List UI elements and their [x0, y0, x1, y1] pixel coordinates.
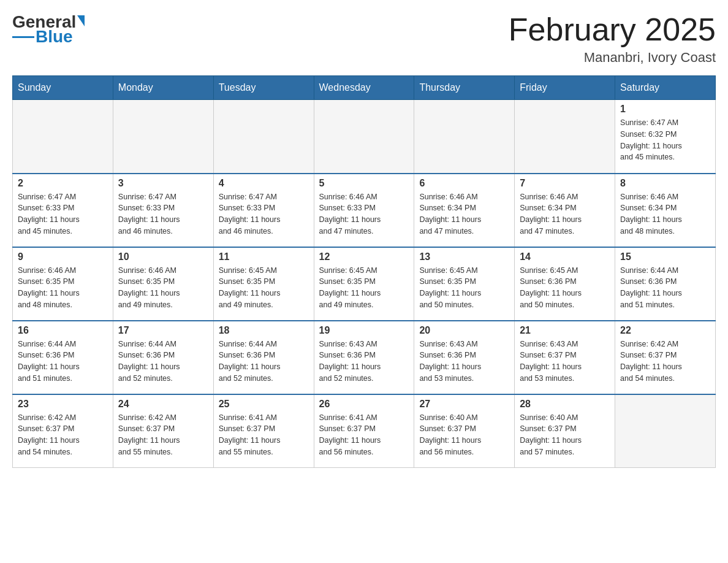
day-info: Sunrise: 6:44 AMSunset: 6:36 PMDaylight:…	[18, 339, 108, 385]
calendar-day-cell	[13, 100, 113, 174]
calendar-day-cell: 11Sunrise: 6:45 AMSunset: 6:35 PMDayligh…	[213, 247, 314, 321]
day-info: Sunrise: 6:46 AMSunset: 6:34 PMDaylight:…	[620, 191, 710, 237]
day-info: Sunrise: 6:45 AMSunset: 6:35 PMDaylight:…	[419, 265, 509, 311]
day-info: Sunrise: 6:43 AMSunset: 6:36 PMDaylight:…	[319, 339, 409, 385]
title-block: February 2025 Mananbri, Ivory Coast	[509, 12, 716, 66]
day-info: Sunrise: 6:45 AMSunset: 6:35 PMDaylight:…	[219, 265, 309, 311]
day-number: 17	[118, 325, 208, 336]
day-info: Sunrise: 6:47 AMSunset: 6:33 PMDaylight:…	[118, 191, 208, 237]
day-info: Sunrise: 6:47 AMSunset: 6:32 PMDaylight:…	[620, 117, 710, 163]
calendar-header-sunday: Sunday	[13, 76, 113, 100]
day-info: Sunrise: 6:42 AMSunset: 6:37 PMDaylight:…	[18, 412, 108, 458]
day-number: 24	[118, 399, 208, 410]
day-info: Sunrise: 6:46 AMSunset: 6:34 PMDaylight:…	[520, 191, 610, 237]
location-subtitle: Mananbri, Ivory Coast	[509, 50, 716, 66]
day-number: 9	[18, 251, 108, 262]
calendar-day-cell	[615, 394, 716, 468]
calendar-day-cell: 19Sunrise: 6:43 AMSunset: 6:36 PMDayligh…	[314, 321, 414, 394]
day-number: 3	[118, 178, 208, 189]
calendar-day-cell: 28Sunrise: 6:40 AMSunset: 6:37 PMDayligh…	[515, 394, 615, 468]
day-info: Sunrise: 6:40 AMSunset: 6:37 PMDaylight:…	[520, 412, 610, 458]
calendar-day-cell	[414, 100, 515, 174]
day-number: 2	[18, 178, 108, 189]
calendar-day-cell: 24Sunrise: 6:42 AMSunset: 6:37 PMDayligh…	[113, 394, 213, 468]
day-info: Sunrise: 6:44 AMSunset: 6:36 PMDaylight:…	[118, 339, 208, 385]
calendar-day-cell: 9Sunrise: 6:46 AMSunset: 6:35 PMDaylight…	[13, 247, 113, 321]
day-number: 12	[319, 251, 409, 262]
calendar-day-cell: 14Sunrise: 6:45 AMSunset: 6:36 PMDayligh…	[515, 247, 615, 321]
logo-triangle-icon	[77, 15, 85, 26]
calendar-day-cell: 4Sunrise: 6:47 AMSunset: 6:33 PMDaylight…	[213, 174, 314, 247]
day-number: 26	[319, 399, 409, 410]
day-number: 25	[219, 399, 309, 410]
day-info: Sunrise: 6:42 AMSunset: 6:37 PMDaylight:…	[118, 412, 208, 458]
calendar-day-cell: 27Sunrise: 6:40 AMSunset: 6:37 PMDayligh…	[414, 394, 515, 468]
day-info: Sunrise: 6:42 AMSunset: 6:37 PMDaylight:…	[620, 339, 710, 385]
day-info: Sunrise: 6:46 AMSunset: 6:35 PMDaylight:…	[118, 265, 208, 311]
calendar-week-row: 9Sunrise: 6:46 AMSunset: 6:35 PMDaylight…	[13, 247, 716, 321]
day-info: Sunrise: 6:46 AMSunset: 6:33 PMDaylight:…	[319, 191, 409, 237]
calendar-day-cell: 17Sunrise: 6:44 AMSunset: 6:36 PMDayligh…	[113, 321, 213, 394]
day-info: Sunrise: 6:47 AMSunset: 6:33 PMDaylight:…	[18, 191, 108, 237]
day-number: 28	[520, 399, 610, 410]
calendar-week-row: 2Sunrise: 6:47 AMSunset: 6:33 PMDaylight…	[13, 174, 716, 247]
calendar-day-cell: 21Sunrise: 6:43 AMSunset: 6:37 PMDayligh…	[515, 321, 615, 394]
day-number: 11	[219, 251, 309, 262]
calendar-day-cell: 6Sunrise: 6:46 AMSunset: 6:34 PMDaylight…	[414, 174, 515, 247]
day-info: Sunrise: 6:45 AMSunset: 6:35 PMDaylight:…	[319, 265, 409, 311]
calendar-day-cell: 16Sunrise: 6:44 AMSunset: 6:36 PMDayligh…	[13, 321, 113, 394]
calendar-day-cell: 20Sunrise: 6:43 AMSunset: 6:36 PMDayligh…	[414, 321, 515, 394]
day-number: 15	[620, 251, 710, 262]
calendar-header-monday: Monday	[113, 76, 213, 100]
day-info: Sunrise: 6:47 AMSunset: 6:33 PMDaylight:…	[219, 191, 309, 237]
day-number: 13	[419, 251, 509, 262]
calendar-week-row: 23Sunrise: 6:42 AMSunset: 6:37 PMDayligh…	[13, 394, 716, 468]
day-number: 8	[620, 178, 710, 189]
day-number: 16	[18, 325, 108, 336]
calendar-day-cell	[515, 100, 615, 174]
day-info: Sunrise: 6:46 AMSunset: 6:35 PMDaylight:…	[18, 265, 108, 311]
calendar-day-cell: 26Sunrise: 6:41 AMSunset: 6:37 PMDayligh…	[314, 394, 414, 468]
day-number: 18	[219, 325, 309, 336]
day-number: 5	[319, 178, 409, 189]
calendar-day-cell: 23Sunrise: 6:42 AMSunset: 6:37 PMDayligh…	[13, 394, 113, 468]
calendar-day-cell: 3Sunrise: 6:47 AMSunset: 6:33 PMDaylight…	[113, 174, 213, 247]
calendar-header-saturday: Saturday	[615, 76, 716, 100]
calendar-day-cell	[213, 100, 314, 174]
day-info: Sunrise: 6:43 AMSunset: 6:36 PMDaylight:…	[419, 339, 509, 385]
day-info: Sunrise: 6:44 AMSunset: 6:36 PMDaylight:…	[620, 265, 710, 311]
day-info: Sunrise: 6:44 AMSunset: 6:36 PMDaylight:…	[219, 339, 309, 385]
calendar-day-cell: 13Sunrise: 6:45 AMSunset: 6:35 PMDayligh…	[414, 247, 515, 321]
calendar-day-cell: 12Sunrise: 6:45 AMSunset: 6:35 PMDayligh…	[314, 247, 414, 321]
day-number: 27	[419, 399, 509, 410]
calendar-header-tuesday: Tuesday	[213, 76, 314, 100]
day-info: Sunrise: 6:41 AMSunset: 6:37 PMDaylight:…	[219, 412, 309, 458]
calendar-day-cell: 15Sunrise: 6:44 AMSunset: 6:36 PMDayligh…	[615, 247, 716, 321]
calendar-table: SundayMondayTuesdayWednesdayThursdayFrid…	[12, 75, 716, 468]
day-number: 22	[620, 325, 710, 336]
day-number: 19	[319, 325, 409, 336]
calendar-day-cell: 25Sunrise: 6:41 AMSunset: 6:37 PMDayligh…	[213, 394, 314, 468]
day-number: 6	[419, 178, 509, 189]
day-info: Sunrise: 6:41 AMSunset: 6:37 PMDaylight:…	[319, 412, 409, 458]
calendar-day-cell: 7Sunrise: 6:46 AMSunset: 6:34 PMDaylight…	[515, 174, 615, 247]
page-header: General Blue February 2025 Mananbri, Ivo…	[12, 12, 716, 66]
day-number: 23	[18, 399, 108, 410]
day-number: 20	[419, 325, 509, 336]
calendar-day-cell	[314, 100, 414, 174]
day-number: 10	[118, 251, 208, 262]
day-info: Sunrise: 6:46 AMSunset: 6:34 PMDaylight:…	[419, 191, 509, 237]
day-number: 21	[520, 325, 610, 336]
calendar-week-row: 1Sunrise: 6:47 AMSunset: 6:32 PMDaylight…	[13, 100, 716, 174]
calendar-day-cell: 2Sunrise: 6:47 AMSunset: 6:33 PMDaylight…	[13, 174, 113, 247]
calendar-day-cell	[113, 100, 213, 174]
calendar-header-wednesday: Wednesday	[314, 76, 414, 100]
calendar-week-row: 16Sunrise: 6:44 AMSunset: 6:36 PMDayligh…	[13, 321, 716, 394]
day-number: 4	[219, 178, 309, 189]
day-info: Sunrise: 6:45 AMSunset: 6:36 PMDaylight:…	[520, 265, 610, 311]
calendar-day-cell: 10Sunrise: 6:46 AMSunset: 6:35 PMDayligh…	[113, 247, 213, 321]
calendar-header-row: SundayMondayTuesdayWednesdayThursdayFrid…	[13, 76, 716, 100]
day-info: Sunrise: 6:43 AMSunset: 6:37 PMDaylight:…	[520, 339, 610, 385]
month-year-title: February 2025	[509, 12, 716, 47]
calendar-day-cell: 18Sunrise: 6:44 AMSunset: 6:36 PMDayligh…	[213, 321, 314, 394]
